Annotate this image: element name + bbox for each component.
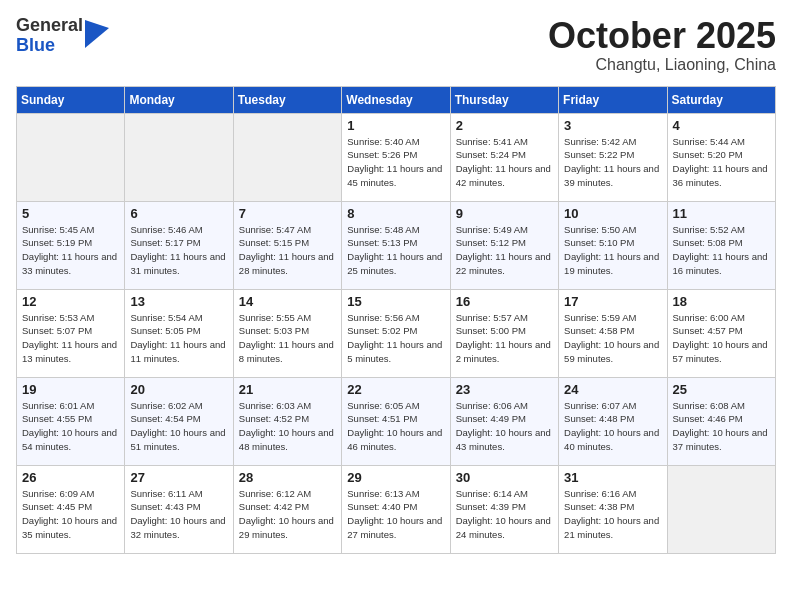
location-subtitle: Changtu, Liaoning, China: [548, 56, 776, 74]
calendar-cell: 21Sunrise: 6:03 AMSunset: 4:52 PMDayligh…: [233, 377, 341, 465]
cell-content: Sunrise: 5:57 AMSunset: 5:00 PMDaylight:…: [456, 311, 553, 366]
day-number: 17: [564, 294, 661, 309]
day-number: 2: [456, 118, 553, 133]
cell-content: Sunrise: 6:09 AMSunset: 4:45 PMDaylight:…: [22, 487, 119, 542]
calendar-cell: [667, 465, 775, 553]
week-row-3: 12Sunrise: 5:53 AMSunset: 5:07 PMDayligh…: [17, 289, 776, 377]
logo-text: General Blue: [16, 16, 83, 56]
calendar-cell: 19Sunrise: 6:01 AMSunset: 4:55 PMDayligh…: [17, 377, 125, 465]
calendar-cell: [233, 113, 341, 201]
logo: General Blue: [16, 16, 109, 56]
cell-content: Sunrise: 6:02 AMSunset: 4:54 PMDaylight:…: [130, 399, 227, 454]
cell-content: Sunrise: 5:42 AMSunset: 5:22 PMDaylight:…: [564, 135, 661, 190]
calendar-cell: 17Sunrise: 5:59 AMSunset: 4:58 PMDayligh…: [559, 289, 667, 377]
calendar-cell: 23Sunrise: 6:06 AMSunset: 4:49 PMDayligh…: [450, 377, 558, 465]
weekday-header-sunday: Sunday: [17, 86, 125, 113]
cell-content: Sunrise: 6:01 AMSunset: 4:55 PMDaylight:…: [22, 399, 119, 454]
calendar-cell: 15Sunrise: 5:56 AMSunset: 5:02 PMDayligh…: [342, 289, 450, 377]
cell-content: Sunrise: 5:40 AMSunset: 5:26 PMDaylight:…: [347, 135, 444, 190]
day-number: 29: [347, 470, 444, 485]
cell-content: Sunrise: 5:55 AMSunset: 5:03 PMDaylight:…: [239, 311, 336, 366]
calendar-cell: 5Sunrise: 5:45 AMSunset: 5:19 PMDaylight…: [17, 201, 125, 289]
calendar-cell: [125, 113, 233, 201]
weekday-header-tuesday: Tuesday: [233, 86, 341, 113]
day-number: 20: [130, 382, 227, 397]
day-number: 31: [564, 470, 661, 485]
cell-content: Sunrise: 6:08 AMSunset: 4:46 PMDaylight:…: [673, 399, 770, 454]
cell-content: Sunrise: 5:45 AMSunset: 5:19 PMDaylight:…: [22, 223, 119, 278]
calendar-cell: 26Sunrise: 6:09 AMSunset: 4:45 PMDayligh…: [17, 465, 125, 553]
day-number: 26: [22, 470, 119, 485]
calendar-cell: 16Sunrise: 5:57 AMSunset: 5:00 PMDayligh…: [450, 289, 558, 377]
calendar-cell: 4Sunrise: 5:44 AMSunset: 5:20 PMDaylight…: [667, 113, 775, 201]
day-number: 12: [22, 294, 119, 309]
calendar-cell: 18Sunrise: 6:00 AMSunset: 4:57 PMDayligh…: [667, 289, 775, 377]
calendar-cell: 29Sunrise: 6:13 AMSunset: 4:40 PMDayligh…: [342, 465, 450, 553]
day-number: 16: [456, 294, 553, 309]
day-number: 5: [22, 206, 119, 221]
day-number: 4: [673, 118, 770, 133]
page-header: General Blue October 2025 Changtu, Liaon…: [16, 16, 776, 74]
cell-content: Sunrise: 5:44 AMSunset: 5:20 PMDaylight:…: [673, 135, 770, 190]
day-number: 13: [130, 294, 227, 309]
weekday-header-saturday: Saturday: [667, 86, 775, 113]
calendar-cell: 11Sunrise: 5:52 AMSunset: 5:08 PMDayligh…: [667, 201, 775, 289]
day-number: 9: [456, 206, 553, 221]
cell-content: Sunrise: 6:16 AMSunset: 4:38 PMDaylight:…: [564, 487, 661, 542]
calendar-cell: 27Sunrise: 6:11 AMSunset: 4:43 PMDayligh…: [125, 465, 233, 553]
calendar-cell: 14Sunrise: 5:55 AMSunset: 5:03 PMDayligh…: [233, 289, 341, 377]
day-number: 3: [564, 118, 661, 133]
cell-content: Sunrise: 5:41 AMSunset: 5:24 PMDaylight:…: [456, 135, 553, 190]
weekday-header-monday: Monday: [125, 86, 233, 113]
day-number: 14: [239, 294, 336, 309]
cell-content: Sunrise: 5:54 AMSunset: 5:05 PMDaylight:…: [130, 311, 227, 366]
day-number: 10: [564, 206, 661, 221]
cell-content: Sunrise: 5:47 AMSunset: 5:15 PMDaylight:…: [239, 223, 336, 278]
cell-content: Sunrise: 6:00 AMSunset: 4:57 PMDaylight:…: [673, 311, 770, 366]
cell-content: Sunrise: 6:11 AMSunset: 4:43 PMDaylight:…: [130, 487, 227, 542]
svg-marker-0: [85, 20, 109, 48]
calendar-cell: 9Sunrise: 5:49 AMSunset: 5:12 PMDaylight…: [450, 201, 558, 289]
calendar-cell: 30Sunrise: 6:14 AMSunset: 4:39 PMDayligh…: [450, 465, 558, 553]
cell-content: Sunrise: 5:46 AMSunset: 5:17 PMDaylight:…: [130, 223, 227, 278]
calendar-cell: 10Sunrise: 5:50 AMSunset: 5:10 PMDayligh…: [559, 201, 667, 289]
day-number: 8: [347, 206, 444, 221]
calendar-table: SundayMondayTuesdayWednesdayThursdayFrid…: [16, 86, 776, 554]
logo-blue: Blue: [16, 36, 83, 56]
day-number: 28: [239, 470, 336, 485]
day-number: 24: [564, 382, 661, 397]
week-row-4: 19Sunrise: 6:01 AMSunset: 4:55 PMDayligh…: [17, 377, 776, 465]
cell-content: Sunrise: 5:52 AMSunset: 5:08 PMDaylight:…: [673, 223, 770, 278]
calendar-cell: [17, 113, 125, 201]
cell-content: Sunrise: 6:12 AMSunset: 4:42 PMDaylight:…: [239, 487, 336, 542]
week-row-1: 1Sunrise: 5:40 AMSunset: 5:26 PMDaylight…: [17, 113, 776, 201]
calendar-cell: 24Sunrise: 6:07 AMSunset: 4:48 PMDayligh…: [559, 377, 667, 465]
day-number: 25: [673, 382, 770, 397]
cell-content: Sunrise: 6:06 AMSunset: 4:49 PMDaylight:…: [456, 399, 553, 454]
cell-content: Sunrise: 5:53 AMSunset: 5:07 PMDaylight:…: [22, 311, 119, 366]
calendar-cell: 25Sunrise: 6:08 AMSunset: 4:46 PMDayligh…: [667, 377, 775, 465]
calendar-cell: 1Sunrise: 5:40 AMSunset: 5:26 PMDaylight…: [342, 113, 450, 201]
weekday-header-friday: Friday: [559, 86, 667, 113]
day-number: 18: [673, 294, 770, 309]
day-number: 15: [347, 294, 444, 309]
calendar-cell: 2Sunrise: 5:41 AMSunset: 5:24 PMDaylight…: [450, 113, 558, 201]
day-number: 11: [673, 206, 770, 221]
calendar-cell: 22Sunrise: 6:05 AMSunset: 4:51 PMDayligh…: [342, 377, 450, 465]
day-number: 27: [130, 470, 227, 485]
calendar-cell: 12Sunrise: 5:53 AMSunset: 5:07 PMDayligh…: [17, 289, 125, 377]
calendar-cell: 28Sunrise: 6:12 AMSunset: 4:42 PMDayligh…: [233, 465, 341, 553]
calendar-cell: 8Sunrise: 5:48 AMSunset: 5:13 PMDaylight…: [342, 201, 450, 289]
day-number: 23: [456, 382, 553, 397]
day-number: 6: [130, 206, 227, 221]
week-row-2: 5Sunrise: 5:45 AMSunset: 5:19 PMDaylight…: [17, 201, 776, 289]
cell-content: Sunrise: 6:03 AMSunset: 4:52 PMDaylight:…: [239, 399, 336, 454]
month-title: October 2025: [548, 16, 776, 56]
cell-content: Sunrise: 6:14 AMSunset: 4:39 PMDaylight:…: [456, 487, 553, 542]
cell-content: Sunrise: 5:59 AMSunset: 4:58 PMDaylight:…: [564, 311, 661, 366]
cell-content: Sunrise: 5:50 AMSunset: 5:10 PMDaylight:…: [564, 223, 661, 278]
cell-content: Sunrise: 5:48 AMSunset: 5:13 PMDaylight:…: [347, 223, 444, 278]
cell-content: Sunrise: 6:07 AMSunset: 4:48 PMDaylight:…: [564, 399, 661, 454]
cell-content: Sunrise: 6:05 AMSunset: 4:51 PMDaylight:…: [347, 399, 444, 454]
calendar-cell: 13Sunrise: 5:54 AMSunset: 5:05 PMDayligh…: [125, 289, 233, 377]
